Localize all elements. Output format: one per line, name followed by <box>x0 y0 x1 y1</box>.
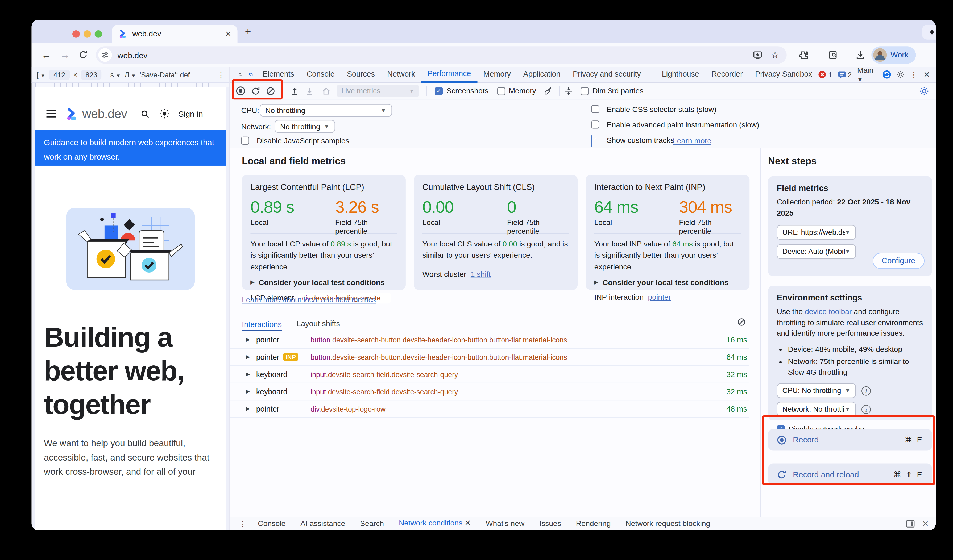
device-toolbar-menu-icon[interactable]: ⋮ <box>217 70 225 79</box>
field-device-select[interactable]: Device: Auto (Mobile)▼ <box>777 244 856 259</box>
drawer-tab-network-conditions[interactable]: Network conditions ✕ <box>391 517 478 530</box>
back-icon[interactable]: ← <box>42 49 51 60</box>
tab-lighthouse[interactable]: Lighthouse <box>656 67 705 82</box>
worst-cluster-link[interactable]: 1 shift <box>471 270 491 278</box>
row-expander-icon[interactable]: ▶ <box>246 354 250 360</box>
tab-privacy-security[interactable]: Privacy and security <box>567 67 647 82</box>
drawer-tab-rendering[interactable]: Rendering <box>568 517 618 530</box>
row-expander-icon[interactable]: ▶ <box>246 337 250 342</box>
env-network-select[interactable]: Network: No throttling▼ <box>777 402 856 417</box>
css-selector-stats-checkbox[interactable] <box>591 105 599 113</box>
field-url-select[interactable]: URL: https://web.dev/▼ <box>777 225 856 240</box>
row-expander-icon[interactable]: ▶ <box>246 406 250 411</box>
show-custom-tracks-checkbox[interactable] <box>591 135 593 147</box>
network-throttle-select[interactable]: No throttling▼ <box>275 120 335 133</box>
disable-js-samples-checkbox[interactable] <box>241 137 249 145</box>
traffic-minimize-button[interactable] <box>84 30 91 37</box>
clear-log-icon[interactable] <box>737 318 746 326</box>
performance-settings-icon[interactable] <box>920 86 929 96</box>
memory-checkbox[interactable] <box>497 87 505 95</box>
save-profile-icon[interactable] <box>305 86 314 96</box>
sync-icon[interactable] <box>882 69 891 80</box>
row-expander-icon[interactable]: ▶ <box>246 371 250 377</box>
extensions-icon[interactable] <box>798 50 808 60</box>
profile-button[interactable]: Work <box>871 46 916 63</box>
row-expander-icon[interactable]: ▶ <box>246 389 250 394</box>
cpu-throttle-select[interactable]: No throttling▼ <box>260 104 392 117</box>
browser-tab[interactable]: web.dev ✕ <box>112 25 237 43</box>
load-profile-icon[interactable] <box>290 86 299 96</box>
tab-close-icon[interactable]: ✕ <box>225 29 231 38</box>
context-select[interactable]: Main ▼ <box>857 66 877 83</box>
sign-in-button[interactable]: Sign in <box>178 109 203 118</box>
inspect-icon[interactable] <box>239 70 242 79</box>
device-height-input[interactable]: 823 <box>81 70 102 79</box>
interaction-row[interactable]: ▶ pointerINP button.devsite-search-butto… <box>230 349 749 366</box>
tab-performance[interactable]: Performance <box>421 67 477 82</box>
webdev-logo[interactable] <box>65 107 79 121</box>
paint-instrumentation-checkbox[interactable] <box>591 121 599 128</box>
dim-3rd-parties-checkbox[interactable] <box>580 87 588 95</box>
downloads-icon[interactable] <box>855 50 865 60</box>
settings-gear-icon[interactable] <box>897 70 904 79</box>
configure-button[interactable]: Configure <box>872 253 925 269</box>
tab-layout-shifts[interactable]: Layout shifts <box>296 320 340 331</box>
drawer-close-icon[interactable]: ✕ <box>922 519 929 529</box>
interaction-row[interactable]: ▶ pointer div.devsite-top-logo-row 48 ms <box>230 401 749 418</box>
dock-side-icon[interactable] <box>906 520 915 528</box>
reload-icon[interactable] <box>79 50 88 59</box>
custom-tracks-learn-more-link[interactable]: Learn more <box>673 137 711 145</box>
tab-application[interactable]: Application <box>517 67 567 82</box>
tab-sources[interactable]: Sources <box>341 67 381 82</box>
screenshots-checkbox[interactable] <box>435 87 443 95</box>
new-tab-button[interactable]: + <box>245 26 251 38</box>
devtools-close-icon[interactable]: ✕ <box>924 70 930 79</box>
inp-interaction-link[interactable]: pointer <box>648 293 671 302</box>
install-icon[interactable] <box>753 50 762 60</box>
theme-toggle-icon[interactable] <box>160 109 170 119</box>
interaction-row[interactable]: ▶ pointer button.devsite-search-button.d… <box>230 331 749 349</box>
lcp-test-conditions-expander[interactable]: ▶Consider your local test conditions <box>250 278 397 287</box>
network-info-icon[interactable]: i <box>861 405 871 414</box>
traffic-close-button[interactable] <box>72 30 80 37</box>
cpu-info-icon[interactable]: i <box>861 386 871 395</box>
zoom-select[interactable]: ѕ ▼ <box>110 71 121 78</box>
drawer-tab-console[interactable]: Console <box>250 517 293 530</box>
device-toolbar-link[interactable]: device toolbar <box>805 307 852 316</box>
drawer-tab-whats-new[interactable]: What's new <box>478 517 532 530</box>
bookmark-star-icon[interactable]: ☆ <box>771 50 779 60</box>
device-width-input[interactable]: 412 <box>49 70 70 79</box>
hamburger-menu-icon[interactable] <box>46 109 56 118</box>
metrics-learn-more-link[interactable]: Learn more about local and field metrics <box>242 295 376 304</box>
promo-banner[interactable]: Guidance to build modern web experiences… <box>35 130 226 166</box>
interaction-row[interactable]: ▶ keyboard input.devsite-search-field.de… <box>230 366 749 383</box>
drawer-tab-close-icon[interactable]: ✕ <box>464 518 471 527</box>
search-tabs-icon[interactable] <box>828 50 838 60</box>
device-toolbar-icon[interactable] <box>249 70 253 79</box>
tab-recorder[interactable]: Recorder <box>705 67 749 82</box>
address-bar[interactable]: web.dev ☆ <box>96 46 787 63</box>
collapse-icon[interactable] <box>564 86 573 96</box>
site-settings-icon[interactable] <box>98 48 112 62</box>
gemini-button[interactable]: Gemini <box>922 25 936 40</box>
search-icon[interactable] <box>141 109 150 118</box>
env-cpu-select[interactable]: CPU: No throttling▼ <box>777 384 856 398</box>
devtools-menu-icon[interactable]: ⋮ <box>910 70 918 79</box>
home-icon[interactable] <box>322 86 331 96</box>
traffic-zoom-button[interactable] <box>95 30 102 37</box>
interaction-row[interactable]: ▶ keyboard input.devsite-search-field.de… <box>230 383 749 401</box>
tab-console[interactable]: Console <box>300 67 341 82</box>
drawer-tab-issues[interactable]: Issues <box>532 517 568 530</box>
tab-network[interactable]: Network <box>381 67 421 82</box>
forward-icon[interactable]: → <box>60 49 70 60</box>
tab-memory[interactable]: Memory <box>477 67 517 82</box>
issues-badge[interactable]: 2 <box>838 71 852 78</box>
drawer-tab-search[interactable]: Search <box>352 517 391 530</box>
device-select[interactable]: [ ▼ <box>36 71 45 78</box>
tab-privacy-sandbox[interactable]: Privacy Sandbox <box>749 67 818 82</box>
drawer-menu-icon[interactable]: ⋮ <box>239 519 247 529</box>
collect-garbage-icon[interactable] <box>543 86 553 96</box>
drawer-tab-ai-assistance[interactable]: AI assistance <box>293 517 352 530</box>
site-brand[interactable]: web.dev <box>82 107 127 121</box>
inp-test-conditions-expander[interactable]: ▶Consider your local test conditions <box>594 278 741 287</box>
